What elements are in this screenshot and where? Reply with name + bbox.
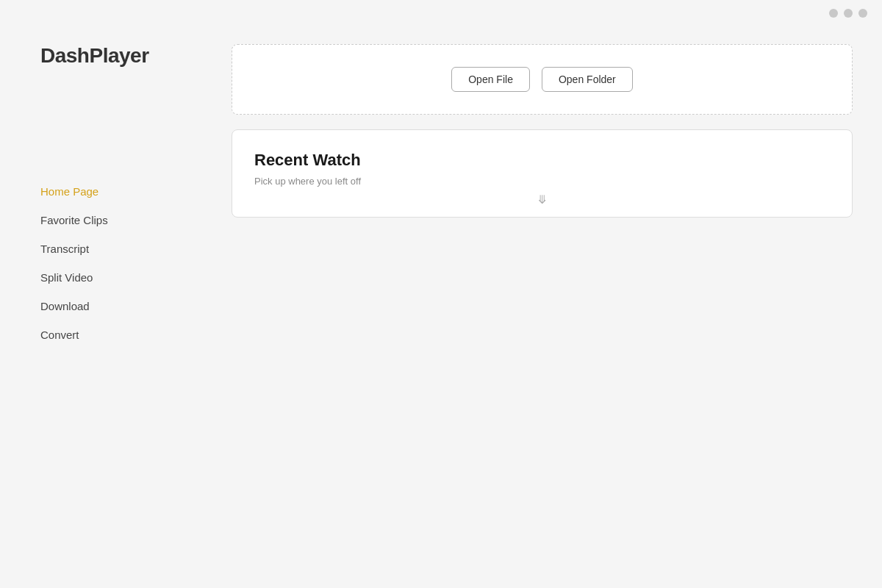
sidebar-item-transcript[interactable]: Transcript bbox=[40, 243, 187, 255]
sidebar-item-split-video[interactable]: Split Video bbox=[40, 271, 187, 284]
sidebar-item-favorite-clips[interactable]: Favorite Clips bbox=[40, 214, 187, 226]
main-content: Open File Open Folder Recent Watch Pick … bbox=[232, 44, 853, 341]
main-layout: DashPlayer Home Page Favorite Clips Tran… bbox=[0, 0, 882, 370]
titlebar bbox=[829, 9, 867, 18]
chevron-down-icon[interactable]: ⤋ bbox=[537, 193, 547, 207]
open-folder-button[interactable]: Open Folder bbox=[542, 67, 633, 92]
sidebar-item-home[interactable]: Home Page bbox=[40, 185, 187, 198]
recent-watch-panel: Recent Watch Pick up where you left off … bbox=[232, 129, 853, 218]
open-panel: Open File Open Folder bbox=[232, 44, 853, 115]
open-file-button[interactable]: Open File bbox=[451, 67, 530, 92]
titlebar-dot-1 bbox=[829, 9, 838, 18]
titlebar-dot-3 bbox=[858, 9, 867, 18]
app-title: DashPlayer bbox=[40, 44, 187, 68]
recent-watch-title: Recent Watch bbox=[254, 151, 830, 170]
sidebar-item-convert[interactable]: Convert bbox=[40, 329, 187, 341]
recent-watch-subtitle: Pick up where you left off bbox=[254, 176, 830, 187]
sidebar: DashPlayer Home Page Favorite Clips Tran… bbox=[40, 44, 187, 341]
titlebar-dot-2 bbox=[844, 9, 853, 18]
sidebar-item-download[interactable]: Download bbox=[40, 300, 187, 312]
nav-menu: Home Page Favorite Clips Transcript Spli… bbox=[40, 185, 187, 341]
